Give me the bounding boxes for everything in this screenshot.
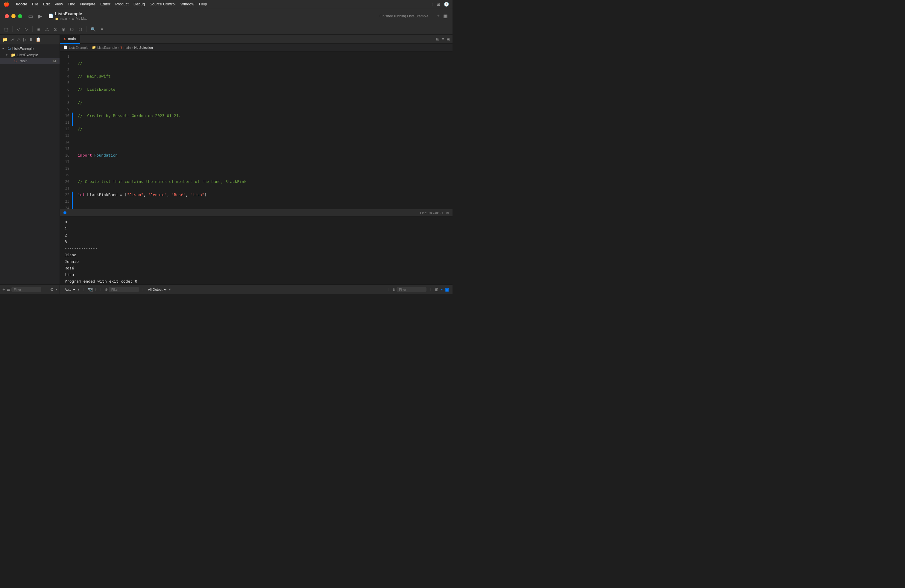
sidebar-item-group[interactable]: ▾ 📁 ListsExample: [0, 52, 60, 58]
menubar-right: ‹ ⊞ 🕐: [432, 2, 449, 6]
menu-xcode[interactable]: Xcode: [16, 2, 27, 6]
menu-debug[interactable]: Debug: [133, 2, 145, 6]
ln-10: 10: [60, 113, 70, 119]
group-folder-icon: 📁: [11, 53, 16, 57]
console-sep-3: |: [143, 288, 143, 291]
status-monitor-icon[interactable]: 🖥: [446, 211, 449, 215]
ln-7: 7: [60, 93, 70, 99]
breadcrumb-group[interactable]: ListsExample: [97, 46, 117, 49]
build-status: Finished running ListsExample: [379, 14, 428, 18]
sidebar-filter-input[interactable]: [11, 287, 41, 292]
output-line-div: --------------: [65, 245, 448, 252]
menu-source-control[interactable]: Source Control: [150, 2, 176, 6]
navigator-toggle-btn[interactable]: ⬚: [2, 26, 10, 33]
console-info-icon[interactable]: ℹ: [95, 287, 97, 292]
sidebar-settings-icon[interactable]: ⚙: [50, 287, 54, 292]
code-line-1: //: [78, 60, 449, 67]
test-icon[interactable]: ▷: [23, 37, 27, 42]
breakpoint-btn[interactable]: ⊕: [35, 26, 42, 33]
sidebar-inspector-icon[interactable]: ▪: [56, 287, 57, 292]
add-editor-icon[interactable]: +: [437, 13, 440, 19]
output-line-lisa: Lisa: [65, 272, 448, 278]
menu-find[interactable]: Find: [68, 2, 75, 6]
status-blue-dot: [64, 211, 67, 215]
ln-15: 15: [60, 146, 70, 152]
console-blue-icon-2[interactable]: ▣: [445, 287, 449, 292]
warning-btn[interactable]: ⚠: [43, 26, 51, 33]
console-right-filter-input[interactable]: [397, 287, 427, 292]
breadcrumb-project[interactable]: ListsExample: [69, 46, 88, 49]
auto-select[interactable]: Auto: [64, 288, 76, 292]
menu-edit[interactable]: Edit: [43, 2, 50, 6]
scheme-icon: 📄: [48, 13, 53, 18]
sidebar-bottom-toolbar: + ☰ ⚙ ▪: [0, 284, 60, 294]
code-line-3: // ListsExample: [78, 86, 449, 93]
menubar-clock-icon[interactable]: 🕐: [444, 2, 449, 6]
add-file-btn[interactable]: +: [2, 287, 5, 292]
toolbar: ⬚ ◁ ▷ ⊕ ⚠ ⧖ ◉ ⬡ ⬡ 🔍 ≡: [0, 24, 452, 35]
tab-split-icon[interactable]: ⊞: [436, 37, 439, 41]
ln-3: 3: [60, 67, 70, 73]
menu-help[interactable]: Help: [199, 2, 207, 6]
menu-product[interactable]: Product: [115, 2, 129, 6]
record-btn[interactable]: ◉: [60, 26, 67, 33]
report-icon[interactable]: 📋: [36, 37, 41, 42]
breadcrumb: 📄 ListsExample › 📁 ListsExample › S main…: [60, 44, 452, 51]
menu-editor[interactable]: Editor: [100, 2, 110, 6]
console-output-select-area: All Output ▾: [147, 287, 171, 292]
breadcrumb-file[interactable]: main: [124, 46, 131, 49]
sidebar-group-label: ListsExample: [17, 53, 57, 57]
code-line-7: [78, 139, 449, 146]
tab-inspector-icon[interactable]: ▣: [446, 37, 450, 41]
warning-sidebar-icon[interactable]: ⚠: [17, 37, 21, 42]
search-btn[interactable]: 🔍: [89, 26, 98, 33]
close-button[interactable]: [5, 14, 9, 18]
editor-status-bar: Line: 19 Col: 21 🖥: [60, 209, 452, 216]
console-blue-icon-1[interactable]: ▪: [441, 287, 443, 292]
console-bottom-bar: Auto ▾ | 📷 ℹ | ⊕ |: [60, 284, 452, 294]
sidebar-toggle-icon[interactable]: ▭: [28, 13, 33, 19]
tab-main[interactable]: S main: [60, 35, 80, 44]
line-numbers: 1 2 3 4 5 6 7 8 9 10 11 12 13 14 15 16 1: [60, 51, 72, 209]
ln-4: 4: [60, 73, 70, 79]
sidebar-file-badge: M: [52, 59, 57, 63]
back-btn[interactable]: ◁: [15, 26, 22, 33]
code-line-11: let blackPinkBand = ["Jisoo", "Jennie", …: [78, 192, 449, 198]
menubar-chevron-left-icon[interactable]: ‹: [432, 2, 433, 6]
forward-btn[interactable]: ▷: [23, 26, 30, 33]
menu-window[interactable]: Window: [181, 2, 194, 6]
ln-17: 17: [60, 159, 70, 165]
menu-file[interactable]: File: [32, 2, 38, 6]
sidebar-item-main[interactable]: S main M: [0, 58, 60, 64]
code-content[interactable]: // // main.swift // ListsExample // // C…: [74, 51, 452, 209]
code-line-6: //: [78, 126, 449, 132]
ln-23: 23: [60, 198, 70, 205]
inspector-toggle-btn[interactable]: ≡: [99, 26, 105, 33]
maximize-button[interactable]: [18, 14, 22, 18]
layout-toggle-icon[interactable]: ▣: [443, 13, 448, 19]
menu-navigate[interactable]: Navigate: [80, 2, 95, 6]
console-filter-area: ⊕: [105, 287, 139, 292]
sidebar-item-root[interactable]: ▾ 🗂 ListsExample: [0, 46, 60, 52]
menubar-controlcenter-icon[interactable]: ⊞: [437, 2, 440, 6]
hexagon-btn-2[interactable]: ⬡: [76, 26, 84, 33]
menu-view[interactable]: View: [54, 2, 63, 6]
output-select[interactable]: All Output: [147, 288, 168, 292]
folder-icon[interactable]: 📁: [2, 37, 8, 42]
output-line-1: 1: [65, 226, 448, 232]
run-button[interactable]: ▶: [38, 13, 42, 19]
scheme-info: ListsExample 📁 main › 🖥 My Mac: [55, 11, 87, 21]
tab-list-icon[interactable]: ≡: [442, 37, 444, 41]
minimize-button[interactable]: [11, 14, 16, 18]
vcs-icon[interactable]: ⎇: [10, 37, 15, 42]
hexagon-btn[interactable]: ⬡: [68, 26, 75, 33]
clock-btn[interactable]: ⧖: [52, 25, 59, 33]
console-camera-icon[interactable]: 📷: [88, 287, 93, 292]
apple-menu-icon[interactable]: 🍎: [3, 1, 10, 7]
console-filter-input[interactable]: [109, 287, 139, 292]
code-editor[interactable]: 1 2 3 4 5 6 7 8 9 10 11 12 13 14 15 16 1: [60, 51, 452, 209]
console-trash-icon[interactable]: 🗑: [435, 287, 439, 292]
debug-icon[interactable]: ⏸: [29, 37, 33, 42]
ln-2: 2: [60, 60, 70, 67]
chevron-icon: ›: [69, 17, 70, 21]
